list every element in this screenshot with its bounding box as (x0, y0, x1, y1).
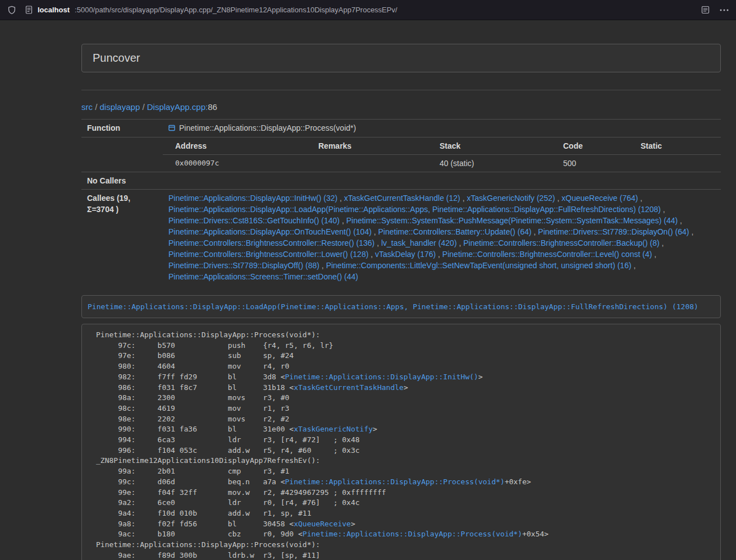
detail-value-row: 0x0000097c 40 (static) 500 (163, 155, 721, 172)
app-title: Puncover (93, 52, 140, 64)
breadcrumb-separator: / (140, 102, 147, 112)
remarks-value (306, 155, 427, 172)
main-content: Puncover src / displayapp / DisplayApp.c… (81, 44, 721, 560)
page-icon (25, 6, 33, 14)
detail-table: Address Remarks Stack Code Static 0x0000… (163, 137, 721, 172)
callee-separator: , (661, 205, 665, 214)
disassembly-code: Pinetime::Applications::DisplayApp::Proc… (96, 330, 706, 560)
function-label: Function (81, 120, 163, 137)
code-value: 500 (551, 155, 628, 172)
no-callers-label: No Callers (81, 172, 163, 190)
callee-separator: , (638, 194, 642, 203)
callee-link[interactable]: Pinetime::System::SystemTask::PushMessag… (346, 216, 678, 225)
remarks-header: Remarks (306, 137, 427, 155)
callee-link[interactable]: xTaskGetCurrentTaskHandle (12) (344, 194, 460, 203)
callee-separator: , (632, 261, 636, 270)
static-header: Static (628, 137, 721, 155)
browser-topbar: localhost:5000/path/src/displayapp/Displ… (0, 0, 736, 20)
callee-separator: , (374, 238, 381, 247)
symbol-table: Function Pinetime::Applications::Display… (81, 119, 721, 285)
callee-separator: , (340, 216, 346, 225)
callees-list: Pinetime::Applications::DisplayApp::Init… (163, 190, 721, 286)
shield-icon[interactable] (7, 6, 16, 15)
callee-link[interactable]: Pinetime::Controllers::BrightnessControl… (168, 250, 368, 259)
code-symbol-link[interactable]: Pinetime::Applications::DisplayApp::Init… (285, 373, 478, 381)
breadcrumb-text: 86 (208, 102, 217, 112)
code-symbol-link[interactable]: Pinetime::Applications::DisplayApp::Proc… (285, 478, 505, 486)
divider (81, 90, 721, 90)
breadcrumb-link[interactable]: src (81, 102, 93, 112)
callee-link[interactable]: Pinetime::Controllers::Battery::Update()… (378, 227, 532, 236)
callee-separator: , (652, 250, 656, 259)
static-value (628, 155, 721, 172)
callee-link[interactable]: lv_task_handler (420) (381, 238, 457, 247)
callee-separator: , (368, 250, 375, 259)
highlighted-callee-link[interactable]: Pinetime::Applications::DisplayApp::Load… (88, 302, 698, 311)
detail-row: Address Remarks Stack Code Static 0x0000… (81, 137, 721, 172)
url-path: :5000/path/src/displayapp/DisplayApp.cpp… (75, 6, 397, 14)
callee-link[interactable]: xTaskGenericNotify (252) (467, 194, 555, 203)
callee-separator: , (436, 250, 442, 259)
callee-separator: , (689, 227, 694, 236)
callee-link[interactable]: Pinetime::Applications::Screens::Timer::… (168, 272, 358, 281)
callee-separator: , (532, 227, 538, 236)
url-host: localhost (38, 6, 70, 14)
callees-row: Callees (19, Σ=3704 ) Pinetime::Applicat… (81, 190, 721, 286)
app-header: Puncover (81, 44, 721, 72)
callee-separator: , (460, 194, 467, 203)
function-type-icon (168, 123, 175, 134)
callee-separator: , (660, 238, 664, 247)
callee-link[interactable]: Pinetime::Controllers::BrightnessControl… (442, 250, 652, 259)
code-symbol-link[interactable]: Pinetime::Applications::DisplayApp::Proc… (303, 530, 522, 538)
callee-link[interactable]: xQueueReceive (764) (561, 194, 638, 203)
stack-header: Stack (427, 137, 551, 155)
function-name: Pinetime::Applications::DisplayApp::Proc… (179, 123, 356, 132)
address-header: Address (163, 137, 306, 155)
callee-link[interactable]: Pinetime::Drivers::Cst816S::GetTouchInfo… (168, 216, 340, 225)
callee-separator: , (678, 216, 682, 225)
callee-link[interactable]: Pinetime::Applications::DisplayApp::Init… (168, 194, 337, 203)
callee-separator: , (372, 227, 378, 236)
callee-link[interactable]: Pinetime::Controllers::BrightnessControl… (168, 238, 374, 247)
code-header: Code (551, 137, 628, 155)
callee-separator: , (319, 261, 326, 270)
callee-separator: , (337, 194, 344, 203)
callee-link[interactable]: Pinetime::Components::LittleVgl::SetNewT… (326, 261, 632, 270)
code-symbol-link[interactable]: xTaskGetCurrentTaskHandle (294, 383, 404, 392)
reader-view-icon[interactable] (701, 6, 710, 14)
callee-link[interactable]: Pinetime::Controllers::BrightnessControl… (463, 238, 659, 247)
url-bar[interactable]: localhost:5000/path/src/displayapp/Displ… (25, 6, 694, 14)
callee-link[interactable]: Pinetime::Drivers::St7789::DisplayOn() (… (538, 227, 689, 236)
code-symbol-link[interactable]: xTaskGenericNotify (294, 425, 373, 433)
callee-link[interactable]: Pinetime::Applications::DisplayApp::OnTo… (168, 227, 372, 236)
highlighted-callee-box: Pinetime::Applications::DisplayApp::Load… (81, 295, 721, 318)
disassembly-box: Pinetime::Applications::DisplayApp::Proc… (81, 324, 721, 560)
overflow-menu-icon[interactable] (720, 9, 729, 11)
code-symbol-link[interactable]: xQueueReceive (294, 520, 351, 528)
callee-link[interactable]: Pinetime::Drivers::St7789::DisplayOff() … (168, 261, 319, 270)
stack-value: 40 (static) (427, 155, 551, 172)
breadcrumb: src / displayapp / DisplayApp.cpp:86 (81, 102, 721, 113)
detail-row-spacer (81, 137, 163, 172)
breadcrumb-separator: / (93, 102, 100, 112)
callees-label: Callees (19, Σ=3704 ) (81, 190, 163, 286)
function-row: Function Pinetime::Applications::Display… (81, 120, 721, 137)
callee-link[interactable]: vTaskDelay (176) (375, 250, 436, 259)
no-callers-row: No Callers (81, 172, 721, 190)
callee-separator: , (555, 194, 562, 203)
callee-separator: , (457, 238, 464, 247)
breadcrumb-link[interactable]: DisplayApp.cpp: (147, 102, 208, 112)
breadcrumb-link[interactable]: displayapp (100, 102, 140, 112)
callee-link[interactable]: Pinetime::Applications::DisplayApp::Load… (168, 205, 661, 214)
address-value: 0x0000097c (163, 155, 306, 172)
detail-header-row: Address Remarks Stack Code Static (163, 137, 721, 155)
